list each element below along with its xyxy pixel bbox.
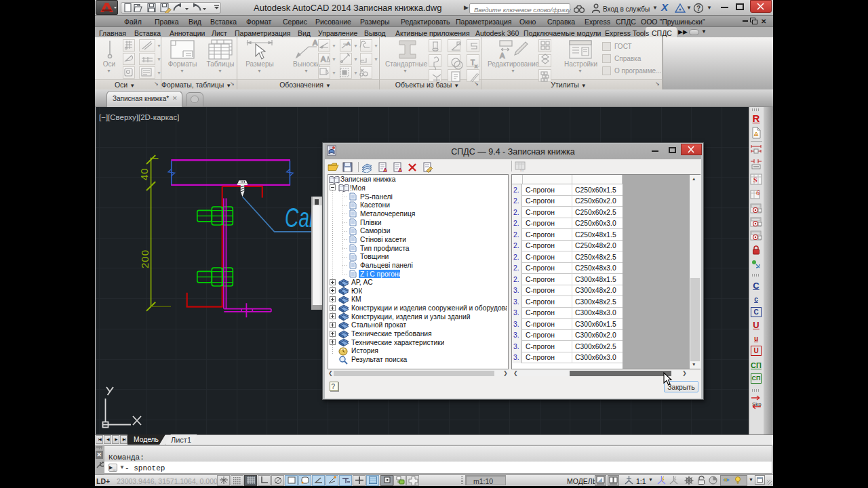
svg-text:?: ? bbox=[696, 5, 701, 12]
svg-text:A: A bbox=[321, 55, 326, 63]
svg-text:A: A bbox=[347, 41, 351, 47]
svg-text:A: A bbox=[313, 39, 318, 47]
svg-text:txt: txt bbox=[520, 168, 524, 172]
svg-text:A: A bbox=[500, 52, 505, 60]
svg-text:40: 40 bbox=[138, 167, 150, 180]
svg-text:б: б bbox=[756, 190, 760, 197]
svg-text:x: x bbox=[475, 63, 477, 69]
svg-text:200: 200 bbox=[139, 249, 151, 268]
svg-text:S: S bbox=[753, 176, 757, 184]
